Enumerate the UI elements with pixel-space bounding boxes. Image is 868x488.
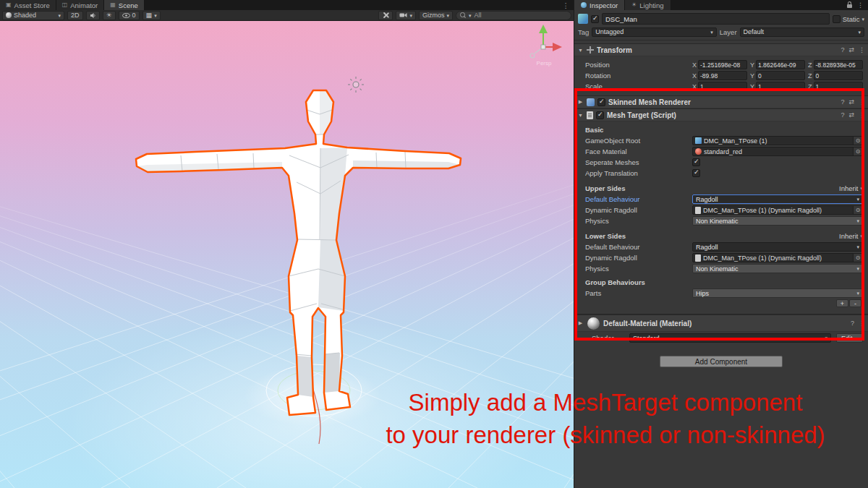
component-enabled-checkbox[interactable] bbox=[597, 98, 605, 106]
tab-inspector[interactable]: Inspector bbox=[574, 0, 625, 10]
position-x-field[interactable]: -1.251698e-08 bbox=[698, 60, 747, 69]
lower-dynamic-ragdoll-object-field[interactable]: DMC_Man_TPose (1) (Dynamic Ragdoll) ⊙ bbox=[692, 253, 863, 262]
foldout-icon[interactable]: ▶ bbox=[577, 320, 584, 326]
rotation-y-field[interactable]: 0 bbox=[756, 71, 805, 80]
scene-orientation-gizmo[interactable]: Persp bbox=[530, 25, 562, 67]
search-icon bbox=[460, 12, 466, 18]
gizmos-dropdown[interactable]: Gizmos ▾ bbox=[419, 11, 453, 20]
lower-sides-row: Lower Sides Inherit ▾ bbox=[574, 231, 868, 241]
2d-toggle[interactable]: 2D bbox=[67, 11, 83, 20]
section-label: Group Behaviours bbox=[585, 278, 692, 286]
visibility-toggle[interactable]: 0 bbox=[119, 11, 140, 20]
light-gizmo[interactable] bbox=[348, 77, 364, 93]
lower-sides-inherit-dropdown[interactable]: Inherit ▾ bbox=[692, 232, 863, 240]
presets-icon[interactable]: ⇄ bbox=[848, 46, 854, 53]
chevron-down-icon: ▾ bbox=[856, 218, 859, 223]
material-title: Default-Material (Material) bbox=[603, 320, 847, 328]
help-icon[interactable]: ? bbox=[841, 98, 844, 106]
scene-tabbar: ▣ Asset Store ◫ Animator ▦ Scene ⋮ bbox=[0, 0, 574, 10]
face-material-object-field[interactable]: standard_red ⊙ bbox=[692, 147, 863, 156]
gameobject-root-object-field[interactable]: DMC_Man_TPose (1) ⊙ bbox=[692, 136, 863, 145]
transform-header[interactable]: ▼ Transform ? ⇄ ⋮ bbox=[574, 43, 868, 56]
scale-z-field[interactable]: 1 bbox=[814, 82, 864, 91]
rotation-z-field[interactable]: 0 bbox=[814, 71, 864, 80]
scene-search-input[interactable]: ▾ All bbox=[456, 11, 571, 20]
chevron-down-icon: ▾ bbox=[825, 335, 827, 341]
audio-toggle[interactable] bbox=[86, 11, 100, 20]
upper-default-behaviour-dropdown[interactable]: Ragdoll ▾ bbox=[692, 194, 863, 204]
position-z-field[interactable]: -8.828938e-05 bbox=[814, 60, 864, 69]
tag-value: Untagged bbox=[595, 28, 709, 35]
active-checkbox[interactable] bbox=[591, 15, 599, 23]
apply-translation-checkbox[interactable] bbox=[692, 169, 700, 177]
help-icon[interactable]: ? bbox=[851, 320, 854, 327]
static-checkbox[interactable] bbox=[833, 15, 841, 23]
add-component-button[interactable]: Add Component bbox=[660, 356, 783, 367]
lower-physics-row: Physics Non Kinematic ▾ bbox=[574, 263, 868, 274]
presets-icon[interactable]: ⇄ bbox=[848, 111, 854, 119]
add-element-button[interactable]: + bbox=[836, 299, 848, 307]
scene-canvas[interactable]: Persp bbox=[0, 21, 574, 488]
lower-physics-dropdown[interactable]: Non Kinematic ▾ bbox=[692, 264, 863, 273]
more-icon[interactable]: ⋮ bbox=[859, 320, 865, 327]
position-y-field[interactable]: 1.862646e-09 bbox=[756, 60, 805, 69]
object-picker-icon[interactable]: ⊙ bbox=[853, 147, 862, 155]
skinned-mesh-renderer-header[interactable]: ▶ Skinned Mesh Renderer ? ⇄ ⋮ bbox=[574, 95, 868, 108]
edit-button[interactable]: Edit... bbox=[836, 333, 863, 343]
gameobject-name-field[interactable]: DSC_Man bbox=[602, 13, 830, 25]
camera-settings-dropdown[interactable]: ▾ bbox=[396, 11, 416, 20]
component-enabled-checkbox[interactable] bbox=[596, 111, 604, 119]
static-label: Static bbox=[843, 15, 860, 23]
object-picker-icon[interactable]: ⊙ bbox=[853, 206, 862, 214]
tab-animator[interactable]: ◫ Animator bbox=[56, 0, 105, 10]
foldout-icon[interactable]: ▶ bbox=[577, 99, 584, 105]
lighting-toggle[interactable]: ☀ bbox=[103, 11, 116, 20]
y-axis-cone[interactable] bbox=[539, 25, 548, 33]
mesh-target-header[interactable]: ▼ Mesh Target (Script) ? ⇄ ⋮ bbox=[574, 108, 868, 121]
scale-x-field[interactable]: 1 bbox=[698, 82, 747, 91]
seperate-meshes-checkbox[interactable] bbox=[692, 158, 700, 166]
help-icon[interactable]: ? bbox=[841, 111, 844, 119]
grid-visibility-dropdown[interactable]: ▦ ▾ bbox=[142, 11, 161, 20]
lower-default-behaviour-dropdown[interactable]: Ragdoll ▾ bbox=[692, 242, 863, 252]
shader-dropdown[interactable]: Standard ▾ bbox=[629, 333, 831, 343]
parts-dropdown[interactable]: Hips ▾ bbox=[692, 288, 863, 298]
inspector-menu-icon[interactable]: ⋮ bbox=[857, 1, 864, 9]
upper-dynamic-ragdoll-object-field[interactable]: DMC_Man_TPose (1) (Dynamic Ragdoll) ⊙ bbox=[692, 205, 863, 215]
scene-tab-menu-icon[interactable]: ⋮ bbox=[558, 0, 574, 10]
remove-element-button[interactable]: - bbox=[849, 299, 861, 307]
tab-scene[interactable]: ▦ Scene bbox=[104, 0, 145, 10]
scene-svg: Persp bbox=[0, 21, 574, 488]
row-label: Physics bbox=[585, 217, 692, 225]
foldout-icon[interactable]: ▼ bbox=[577, 48, 584, 53]
material-header[interactable]: ▶ Default-Material (Material) ? ⋮ bbox=[574, 314, 868, 332]
shading-mode-dropdown[interactable]: Shaded ▾ bbox=[2, 11, 64, 20]
help-icon[interactable]: ? bbox=[841, 46, 844, 53]
more-icon[interactable]: ⋮ bbox=[859, 98, 865, 106]
tool-settings-button[interactable] bbox=[378, 11, 393, 20]
animator-icon: ◫ bbox=[62, 2, 68, 8]
axis-label: Y bbox=[750, 83, 754, 90]
parts-row: Parts Hips ▾ bbox=[574, 288, 868, 299]
static-dropdown[interactable]: Static ▾ bbox=[833, 15, 864, 23]
seperate-meshes-row: Seperate Meshes bbox=[574, 157, 868, 168]
scale-y-field[interactable]: 1 bbox=[756, 82, 805, 91]
foldout-icon[interactable]: ▼ bbox=[577, 113, 584, 118]
persp-label[interactable]: Persp bbox=[537, 60, 552, 67]
more-icon[interactable]: ⋮ bbox=[859, 46, 865, 53]
x-axis-cone[interactable] bbox=[553, 43, 562, 51]
tab-asset-store[interactable]: ▣ Asset Store bbox=[0, 0, 56, 10]
tab-lighting[interactable]: ☀ Lighting bbox=[625, 0, 671, 10]
object-picker-icon[interactable]: ⊙ bbox=[853, 137, 862, 145]
layer-dropdown[interactable]: Default ▾ bbox=[740, 27, 864, 37]
transform-icon bbox=[587, 46, 594, 53]
upper-physics-dropdown[interactable]: Non Kinematic ▾ bbox=[692, 216, 863, 226]
more-icon[interactable]: ⋮ bbox=[859, 111, 865, 119]
presets-icon[interactable]: ⇄ bbox=[848, 98, 854, 106]
axis-label: X bbox=[692, 83, 697, 90]
lock-icon[interactable] bbox=[847, 4, 852, 8]
tag-dropdown[interactable]: Untagged ▾ bbox=[592, 27, 716, 37]
object-picker-icon[interactable]: ⊙ bbox=[853, 254, 862, 262]
rotation-x-field[interactable]: -89.98 bbox=[698, 71, 747, 80]
upper-sides-inherit-dropdown[interactable]: Inherit ▾ bbox=[692, 184, 863, 192]
